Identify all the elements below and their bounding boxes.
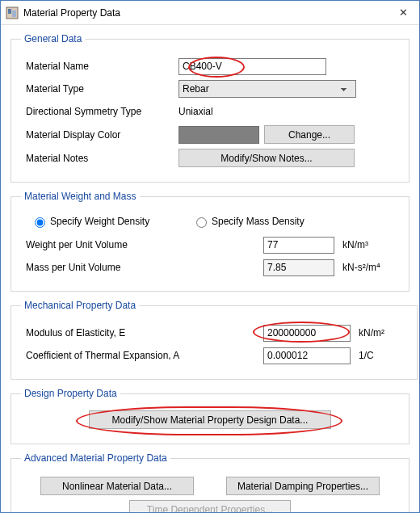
modify-show-notes-button[interactable]: Modify/Show Notes... <box>178 149 355 167</box>
svg-rect-1 <box>8 9 11 14</box>
weight-mass-legend: Material Weight and Mass <box>21 191 140 202</box>
material-type-select[interactable]: Rebar <box>178 80 356 98</box>
mass-per-unit-volume-label: Mass per Unit Volume <box>21 262 263 273</box>
specify-weight-density-radio[interactable]: Specify Weight Density <box>31 215 149 228</box>
time-dependent-properties-button: Time Dependent Properties... <box>129 500 291 513</box>
mechanical-property-legend: Mechanical Property Data <box>21 300 139 311</box>
thermal-expansion-input[interactable] <box>263 347 351 364</box>
app-icon <box>6 6 19 19</box>
general-data-group: General Data Material Name Material Type… <box>10 33 410 183</box>
weight-per-unit-volume-unit: kN/m³ <box>342 239 391 250</box>
mass-per-unit-volume-unit: kN-s²/m⁴ <box>342 262 391 273</box>
modulus-elasticity-unit: kN/m² <box>359 327 407 338</box>
symmetry-type-value: Uniaxial <box>178 106 213 117</box>
modulus-elasticity-input[interactable] <box>263 325 351 342</box>
material-name-input[interactable] <box>178 58 326 75</box>
material-type-label: Material Type <box>21 83 178 95</box>
weight-mass-group: Material Weight and Mass Specify Weight … <box>10 191 410 292</box>
general-data-legend: General Data <box>21 33 85 44</box>
mechanical-property-group: Mechanical Property Data Modulus of Elas… <box>10 300 418 380</box>
material-damping-properties-button[interactable]: Material Damping Properties... <box>226 477 380 495</box>
modulus-elasticity-label: Modulus of Elasticity, E <box>21 327 263 338</box>
titlebar: Material Property Data ✕ <box>1 1 419 25</box>
thermal-expansion-unit: 1/C <box>359 350 407 361</box>
design-property-legend: Design Property Data <box>21 388 120 399</box>
advanced-property-group: Advanced Material Property Data Nonlinea… <box>10 452 410 513</box>
weight-per-unit-volume-label: Weight per Unit Volume <box>21 239 263 250</box>
close-button[interactable]: ✕ <box>387 1 419 25</box>
svg-rect-2 <box>12 11 16 17</box>
material-name-label: Material Name <box>21 61 178 72</box>
display-color-swatch <box>178 126 259 144</box>
window-title: Material Property Data <box>23 7 387 19</box>
material-notes-label: Material Notes <box>21 153 178 164</box>
thermal-expansion-label: Coefficient of Thermal Expansion, A <box>21 350 263 361</box>
mass-per-unit-volume-input <box>263 259 334 276</box>
display-color-label: Material Display Color <box>21 129 178 141</box>
specify-mass-density-radio[interactable]: Specify Mass Density <box>192 215 304 228</box>
design-property-group: Design Property Data Modify/Show Materia… <box>10 388 410 444</box>
advanced-property-legend: Advanced Material Property Data <box>21 452 170 464</box>
change-color-button[interactable]: Change... <box>264 125 355 144</box>
dialog-content: General Data Material Name Material Type… <box>1 25 419 513</box>
nonlinear-material-data-button[interactable]: Nonlinear Material Data... <box>40 477 194 495</box>
weight-per-unit-volume-input[interactable] <box>263 237 334 254</box>
modify-show-design-data-button[interactable]: Modify/Show Material Property Design Dat… <box>89 410 331 429</box>
symmetry-type-label: Directional Symmetry Type <box>21 106 178 117</box>
